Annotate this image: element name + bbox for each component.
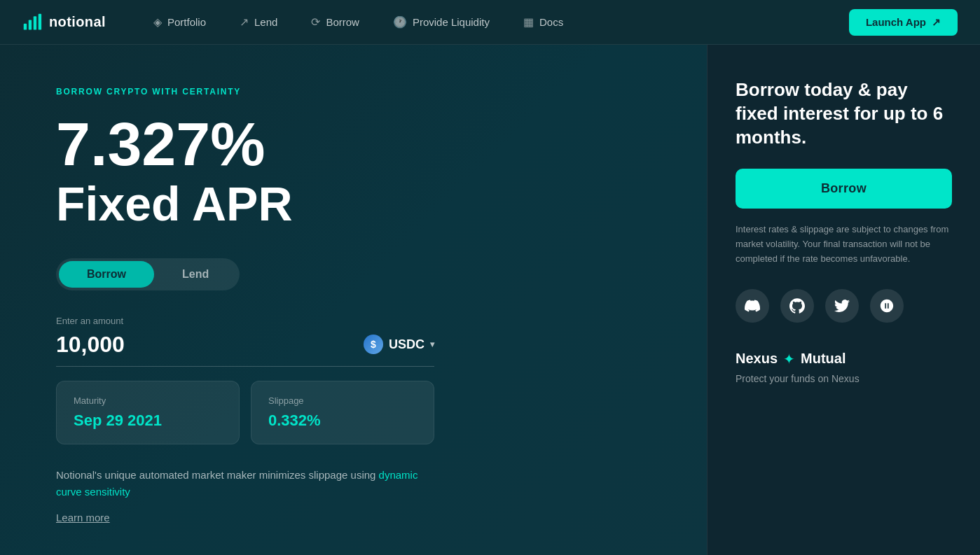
currency-label: USDC: [389, 337, 425, 352]
sidebar-borrow-button[interactable]: Borrow: [736, 169, 952, 209]
lend-icon: ↗: [240, 15, 249, 29]
sidebar-disclaimer: Interest rates & slippage are subject to…: [736, 223, 952, 266]
sidebar: Borrow today & pay fixed interest for up…: [707, 45, 980, 555]
svg-rect-3: [39, 13, 41, 29]
currency-selector[interactable]: $ USDC ▾: [364, 335, 434, 354]
nexus-icon: ✦: [783, 351, 795, 367]
chevron-down-icon: ▾: [430, 339, 434, 349]
slippage-value: 0.332%: [268, 412, 417, 430]
maturity-label: Maturity: [74, 395, 222, 406]
docs-icon: ▦: [523, 15, 534, 29]
nav-docs[interactable]: ▦ Docs: [509, 10, 577, 34]
borrow-lend-toggle: Borrow Lend: [56, 258, 240, 290]
launch-app-button[interactable]: Launch App ↗: [849, 9, 958, 36]
usdc-icon: $: [364, 335, 383, 354]
github-button[interactable]: [780, 289, 814, 323]
apr-value: 7.327%: [56, 113, 651, 175]
description-text: Notional's unique automated market maker…: [56, 467, 434, 500]
liquidity-icon: 🕐: [393, 15, 407, 29]
nav-lend[interactable]: ↗ Lend: [226, 10, 291, 34]
amount-label: Enter an amount: [56, 316, 651, 326]
navbar: notional ◈ Portfolio ↗ Lend ⟳ Borrow 🕐 P…: [0, 0, 980, 45]
docs-button[interactable]: [870, 289, 904, 323]
nexus-suffix: Mutual: [801, 351, 846, 367]
portfolio-icon: ◈: [153, 15, 162, 29]
external-link-icon: ↗: [932, 16, 941, 29]
maturity-card: Maturity Sep 29 2021: [56, 381, 240, 444]
discord-button[interactable]: [736, 289, 769, 323]
logo[interactable]: notional: [22, 13, 106, 32]
sidebar-heading: Borrow today & pay fixed interest for up…: [736, 78, 952, 149]
nav-provide-liquidity[interactable]: 🕐 Provide Liquidity: [379, 10, 504, 34]
section-label: BORROW CRYPTO WITH CERTAINTY: [56, 87, 651, 97]
logo-text: notional: [49, 14, 106, 30]
nav-portfolio[interactable]: ◈ Portfolio: [139, 10, 220, 34]
nav-links: ◈ Portfolio ↗ Lend ⟳ Borrow 🕐 Provide Li…: [139, 10, 849, 34]
amount-row: 10,000 $ USDC ▾: [56, 332, 434, 367]
apr-label: Fixed APR: [56, 178, 651, 230]
info-cards: Maturity Sep 29 2021 Slippage 0.332%: [56, 381, 434, 444]
svg-rect-0: [24, 23, 27, 29]
nexus-description: Protect your funds on Nexus: [736, 373, 952, 384]
learn-more-link[interactable]: Learn more: [56, 512, 110, 524]
nexus-logo-row: Nexus ✦ Mutual: [736, 351, 952, 367]
social-icons-row: [736, 289, 952, 323]
slippage-card: Slippage 0.332%: [251, 381, 434, 444]
svg-rect-1: [29, 20, 32, 29]
main-content: BORROW CRYPTO WITH CERTAINTY 7.327% Fixe…: [0, 45, 707, 555]
lend-toggle-button[interactable]: Lend: [154, 261, 237, 288]
borrow-toggle-button[interactable]: Borrow: [59, 261, 154, 288]
twitter-button[interactable]: [825, 289, 859, 323]
borrow-icon: ⟳: [311, 15, 320, 29]
nexus-mutual-section: Nexus ✦ Mutual Protect your funds on Nex…: [736, 351, 952, 384]
svg-rect-2: [34, 16, 36, 29]
amount-section: Enter an amount 10,000 $ USDC ▾: [56, 316, 651, 367]
maturity-value: Sep 29 2021: [74, 412, 222, 430]
slippage-label: Slippage: [268, 395, 417, 406]
nexus-name: Nexus: [736, 351, 778, 367]
page-layout: BORROW CRYPTO WITH CERTAINTY 7.327% Fixe…: [0, 45, 980, 555]
nav-borrow[interactable]: ⟳ Borrow: [297, 10, 373, 34]
amount-value[interactable]: 10,000: [56, 332, 125, 358]
